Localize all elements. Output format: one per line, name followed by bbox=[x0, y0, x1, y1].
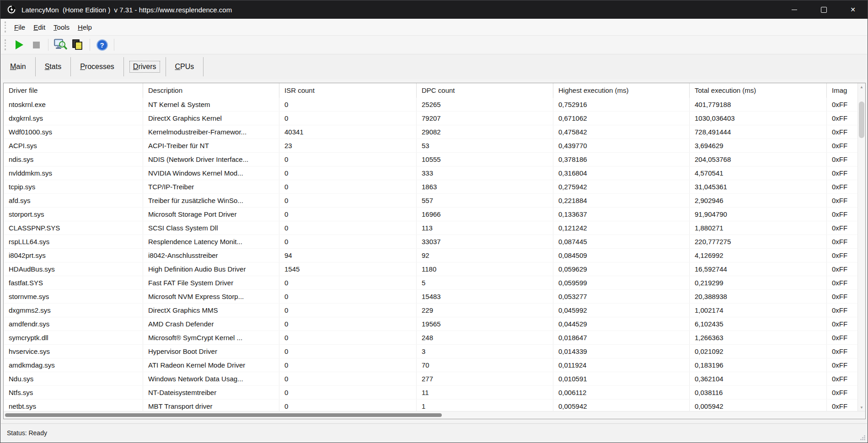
help-button[interactable]: ? bbox=[94, 37, 110, 52]
horizontal-scrollbar-thumb[interactable] bbox=[5, 413, 442, 417]
table-cell: Ntfs.sys bbox=[4, 386, 143, 399]
scroll-up-icon[interactable]: ▲ bbox=[858, 83, 865, 91]
table-cell: 0,087445 bbox=[553, 235, 689, 248]
column-header-dpc-count[interactable]: DPC count bbox=[416, 83, 553, 98]
table-cell: 6,102435 bbox=[689, 317, 826, 331]
table-cell: 0,005942 bbox=[689, 400, 826, 411]
table-cell: 91,904790 bbox=[689, 208, 826, 221]
table-cell: 277 bbox=[416, 372, 553, 385]
tab-label: Stats bbox=[41, 61, 65, 73]
table-row[interactable]: rspLLL64.sysResplendence Latency Monit..… bbox=[4, 235, 857, 249]
tab-drivers[interactable]: Drivers bbox=[124, 54, 166, 79]
table-cell: 0 bbox=[279, 153, 416, 166]
table-row[interactable]: i8042prt.sysi8042-Anschlusstreiber94920,… bbox=[4, 249, 857, 262]
table-cell: 1545 bbox=[279, 262, 416, 276]
column-header-imag[interactable]: Imag bbox=[826, 83, 857, 98]
column-header-isr-count[interactable]: ISR count bbox=[279, 83, 416, 98]
table-cell: 23 bbox=[279, 139, 416, 152]
start-monitor-button[interactable] bbox=[11, 37, 27, 52]
maximize-button[interactable] bbox=[809, 0, 838, 19]
report-button[interactable] bbox=[70, 37, 86, 52]
table-cell: 333 bbox=[416, 166, 553, 180]
table-row[interactable]: symcryptk.dllMicrosoft® SymCrypt Kernel … bbox=[4, 331, 857, 345]
table-cell: 0,183196 bbox=[689, 358, 826, 372]
table-cell: 0,133637 bbox=[553, 208, 689, 221]
table-cell: amdfendr.sys bbox=[4, 317, 143, 331]
tab-cpus[interactable]: CPUs bbox=[166, 54, 204, 79]
table-row[interactable]: netbt.sysMBT Transport driver010,0059420… bbox=[4, 400, 857, 411]
table-row[interactable]: storport.sysMicrosoft Storage Port Drive… bbox=[4, 208, 857, 221]
stop-monitor-button[interactable] bbox=[28, 37, 44, 52]
table-row[interactable]: afd.sysTreiber für zusätzliche WinSo...0… bbox=[4, 194, 857, 208]
vertical-scrollbar-thumb[interactable] bbox=[859, 101, 864, 138]
table-cell: ndis.sys bbox=[4, 153, 143, 166]
tab-processes[interactable]: Processes bbox=[71, 54, 123, 79]
table-cell: MBT Transport driver bbox=[143, 400, 279, 411]
toolbar-grip-handle[interactable] bbox=[5, 39, 6, 50]
menu-item-edit[interactable]: Edit bbox=[29, 21, 49, 33]
table-header: Driver fileDescriptionISR countDPC count… bbox=[4, 83, 857, 98]
vertical-scrollbar[interactable]: ▲ ▼ bbox=[857, 83, 865, 411]
column-header-highest-execution-ms-[interactable]: Highest execution (ms) bbox=[553, 83, 689, 98]
table-row[interactable]: amdfendr.sysAMD Crash Defender0195650,04… bbox=[4, 317, 857, 331]
table-cell: 70 bbox=[416, 358, 553, 372]
table-cell: 1 bbox=[416, 400, 553, 411]
column-header-driver-file[interactable]: Driver file bbox=[4, 83, 143, 98]
horizontal-scrollbar[interactable] bbox=[4, 411, 865, 419]
table-cell: 10555 bbox=[416, 153, 553, 166]
table-row[interactable]: dxgmms2.sysDirectX Graphics MMS02290,045… bbox=[4, 304, 857, 317]
table-cell: 0,275942 bbox=[553, 180, 689, 193]
close-button[interactable]: ✕ bbox=[838, 0, 868, 19]
table-row[interactable]: Wdf01000.sysKernelmodustreiber-Framewor.… bbox=[4, 125, 857, 139]
table-cell: 20,388938 bbox=[689, 290, 826, 303]
tab-main[interactable]: Main bbox=[1, 54, 35, 79]
table-cell: 1,266363 bbox=[689, 331, 826, 344]
monitor-magnifier-icon bbox=[54, 38, 67, 51]
table-row[interactable]: ndis.sysNDIS (Network Driver Interface..… bbox=[4, 153, 857, 166]
table-cell: 29082 bbox=[416, 125, 553, 139]
table-cell: 31,045361 bbox=[689, 180, 826, 193]
minimize-button[interactable] bbox=[780, 0, 809, 19]
column-header-total-execution-ms-[interactable]: Total execution (ms) bbox=[689, 83, 826, 98]
table-cell: 0,439770 bbox=[553, 139, 689, 152]
table-cell: netbt.sys bbox=[4, 400, 143, 411]
table-row[interactable]: tcpip.sysTCP/IP-Treiber018630,27594231,0… bbox=[4, 180, 857, 194]
table-row[interactable]: CLASSPNP.SYSSCSI Class System Dll01130,1… bbox=[4, 221, 857, 235]
tab-label: Drivers bbox=[129, 61, 160, 73]
table-cell: 92 bbox=[416, 249, 553, 262]
table-cell: 1180 bbox=[416, 262, 553, 276]
table-cell: 0,378186 bbox=[553, 153, 689, 166]
table-row[interactable]: nvlddmkm.sysNVIDIA Windows Kernel Mod...… bbox=[4, 166, 857, 180]
table-row[interactable]: fastfat.SYSFast FAT File System Driver05… bbox=[4, 276, 857, 290]
menubar-grip-handle[interactable] bbox=[5, 21, 6, 32]
menu-item-help[interactable]: Help bbox=[74, 21, 96, 33]
table-cell: 1863 bbox=[416, 180, 553, 193]
table-cell: 0,362104 bbox=[689, 372, 826, 385]
table-row[interactable]: HDAudBus.sysHigh Definition Audio Bus Dr… bbox=[4, 262, 857, 276]
table-row[interactable]: stornvme.sysMicrosoft NVM Express Storp.… bbox=[4, 290, 857, 304]
column-header-description[interactable]: Description bbox=[143, 83, 279, 98]
menu-item-file[interactable]: File bbox=[10, 21, 29, 33]
table-cell: 0xFF bbox=[826, 98, 857, 111]
tab-stats[interactable]: Stats bbox=[36, 54, 70, 79]
table-row[interactable]: hvservice.sysHypervisor Boot Driver030,0… bbox=[4, 345, 857, 358]
table-cell: fastfat.SYS bbox=[4, 276, 143, 289]
table-cell: 0,671062 bbox=[553, 112, 689, 125]
menu-item-tools[interactable]: Tools bbox=[49, 21, 74, 33]
table-row[interactable]: dxgkrnl.sysDirectX Graphics Kernel079207… bbox=[4, 112, 857, 125]
table-row[interactable]: Ndu.sysWindows Network Data Usag...02770… bbox=[4, 372, 857, 386]
tab-label: Processes bbox=[76, 61, 118, 73]
table-cell: 0,475842 bbox=[553, 125, 689, 139]
toolbar-separator bbox=[114, 39, 114, 51]
resize-grip-handle[interactable] bbox=[859, 434, 866, 441]
table-cell: 0 bbox=[279, 358, 416, 372]
table-row[interactable]: amdkmdag.sysATI Radeon Kernel Mode Drive… bbox=[4, 358, 857, 372]
table-cell: 0,038116 bbox=[689, 386, 826, 399]
toolbar-separator bbox=[90, 39, 90, 51]
analyze-button[interactable] bbox=[52, 37, 69, 52]
scroll-down-icon[interactable]: ▼ bbox=[858, 404, 865, 411]
table-row[interactable]: Ntfs.sysNT-Dateisystemtreiber0110,006112… bbox=[4, 386, 857, 400]
table-row[interactable]: ACPI.sysACPI-Treiber für NT23530,4397703… bbox=[4, 139, 857, 153]
table-row[interactable]: ntoskrnl.exeNT Kernel & System0252650,75… bbox=[4, 98, 857, 112]
table-cell: 0 bbox=[279, 112, 416, 125]
